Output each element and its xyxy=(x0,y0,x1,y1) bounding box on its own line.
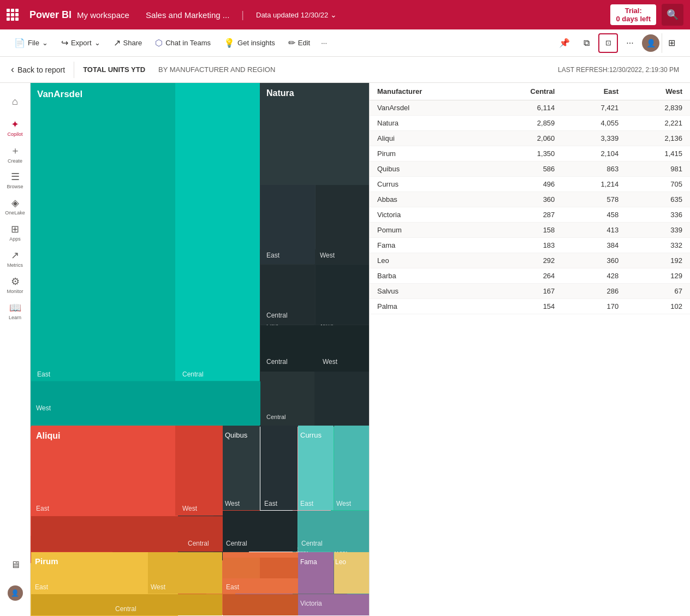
insights-icon: 💡 xyxy=(224,38,235,48)
table-row[interactable]: Barba 264 428 129 xyxy=(370,268,690,284)
table-row[interactable]: Currus 496 1,214 705 xyxy=(370,177,690,192)
main-toolbar: 📄 File ⌄ ↪ Export ⌄ ↗ Share ⬡ Chat in Te… xyxy=(0,29,690,57)
share-button[interactable]: ↗ Share xyxy=(108,34,148,51)
tab-by-manufacturer-region[interactable]: BY MANUFACTURER AND REGION xyxy=(154,63,279,76)
cell-east: 3,339 xyxy=(562,131,626,146)
cell-manufacturer: Natura xyxy=(370,116,486,131)
back-to-report-button[interactable]: ‹ Back to report xyxy=(11,64,65,75)
svg-text:East: East xyxy=(37,370,51,378)
cell-west: 339 xyxy=(626,223,690,238)
user-avatar[interactable]: 👤 xyxy=(642,34,659,52)
col-west: West xyxy=(626,83,690,100)
subheader: ‹ Back to report TOTAL UNITS YTD BY MANU… xyxy=(0,57,690,83)
cell-west: 635 xyxy=(626,192,690,207)
table-row[interactable]: Quibus 586 863 981 xyxy=(370,162,690,177)
svg-text:Natura: Natura xyxy=(266,88,294,98)
table-row[interactable]: Pomum 158 413 339 xyxy=(370,223,690,238)
right-panel-toggle[interactable]: ⊞ xyxy=(662,33,681,53)
sidebar-item-home[interactable]: ⌂ xyxy=(3,89,27,113)
sidebar-item-learn[interactable]: 📖 Learn xyxy=(3,299,27,323)
svg-text:East: East xyxy=(36,505,50,512)
table-row[interactable]: Pirum 1,350 2,104 1,415 xyxy=(370,146,690,162)
svg-rect-19 xyxy=(316,265,369,325)
file-button[interactable]: 📄 File ⌄ xyxy=(9,34,53,51)
svg-rect-38 xyxy=(334,426,369,510)
cell-manufacturer: Abbas xyxy=(370,192,486,207)
svg-text:Central: Central xyxy=(226,540,247,547)
monitor-label: Monitor xyxy=(7,289,23,294)
table-row[interactable]: Victoria 287 458 336 xyxy=(370,207,690,223)
file-chevron: ⌄ xyxy=(42,39,48,47)
cell-west: 67 xyxy=(626,284,690,299)
toolbar-more-button[interactable]: ··· xyxy=(620,33,640,53)
home-icon: ⌂ xyxy=(12,96,18,107)
focus-mode-button[interactable]: ⊡ xyxy=(598,33,618,53)
table-row[interactable]: Abbas 360 578 635 xyxy=(370,192,690,207)
svg-text:Leo: Leo xyxy=(335,558,346,566)
cell-manufacturer: Currus xyxy=(370,177,486,192)
export-chevron: ⌄ xyxy=(94,39,100,47)
cell-central: 586 xyxy=(486,162,562,177)
export-icon: ↪ xyxy=(61,38,68,48)
export-button[interactable]: ↪ Export ⌄ xyxy=(56,34,106,51)
app-grid-icon[interactable] xyxy=(7,9,19,21)
workspace-label[interactable]: My workspace xyxy=(77,10,129,20)
svg-text:Central: Central xyxy=(115,605,136,613)
metrics-icon: ↗ xyxy=(11,249,19,261)
cell-west: 2,221 xyxy=(626,116,690,131)
sidebar-item-browse[interactable]: ☰ Browse xyxy=(3,168,27,192)
learn-icon: 📖 xyxy=(9,302,21,314)
cell-east: 4,055 xyxy=(562,116,626,131)
cell-east: 458 xyxy=(562,207,626,223)
more-options-button[interactable]: ··· xyxy=(318,35,330,50)
table-row[interactable]: Salvus 167 286 67 xyxy=(370,284,690,299)
table-row[interactable]: Leo 292 360 192 xyxy=(370,253,690,268)
cell-central: 2,060 xyxy=(486,131,562,146)
cell-central: 264 xyxy=(486,268,562,284)
sidebar-item-apps[interactable]: ⊞ Apps xyxy=(3,220,27,244)
file-icon: 📄 xyxy=(14,38,25,48)
edit-button[interactable]: ✏ Edit xyxy=(283,34,316,51)
table-row[interactable]: Fama 183 384 332 xyxy=(370,238,690,253)
tab-total-units-ytd[interactable]: TOTAL UNITS YTD xyxy=(83,63,145,76)
cell-central: 167 xyxy=(486,284,562,299)
get-insights-button[interactable]: 💡 Get insights xyxy=(218,34,281,51)
pin-icon-button[interactable]: 📌 xyxy=(555,33,574,53)
trial-badge: Trial: 0 days left xyxy=(610,4,656,25)
table-row[interactable]: VanArsdel 6,114 7,421 2,839 xyxy=(370,100,690,116)
table-row[interactable]: Aliqui 2,060 3,339 2,136 xyxy=(370,131,690,146)
sidebar-item-metrics[interactable]: ↗ Metrics xyxy=(3,247,27,271)
cell-east: 863 xyxy=(562,162,626,177)
sidebar-item-onelake[interactable]: ◈ OneLake xyxy=(3,194,27,218)
metrics-label: Metrics xyxy=(7,262,23,268)
sidebar-item-create[interactable]: ＋ Create xyxy=(3,142,27,166)
duplicate-icon-button[interactable]: ⧉ xyxy=(576,33,596,53)
svg-text:Aliqui: Aliqui xyxy=(36,431,60,440)
svg-text:East: East xyxy=(300,500,314,507)
svg-text:Central: Central xyxy=(266,312,288,319)
svg-text:West: West xyxy=(336,500,352,507)
cell-east: 7,421 xyxy=(562,100,626,116)
cell-manufacturer: Quibus xyxy=(370,162,486,177)
chat-in-teams-button[interactable]: ⬡ Chat in Teams xyxy=(150,34,216,51)
cell-west: 2,839 xyxy=(626,100,690,116)
create-label: Create xyxy=(8,158,22,164)
cell-east: 578 xyxy=(562,192,626,207)
svg-text:Quibus: Quibus xyxy=(225,431,248,439)
manufacturer-table: Manufacturer Central East West VanArsdel… xyxy=(370,83,690,314)
svg-text:Central: Central xyxy=(188,540,209,547)
separator: | xyxy=(241,9,244,21)
sidebar-item-profile[interactable]: 👤 xyxy=(3,581,27,605)
cell-east: 170 xyxy=(562,299,626,314)
treemap-area[interactable]: VanArsdel East Central West Natura East … xyxy=(31,83,369,616)
table-row[interactable]: Palma 154 170 102 xyxy=(370,299,690,314)
search-button[interactable]: 🔍 xyxy=(662,4,683,26)
sidebar-item-monitor[interactable]: ⚙ Monitor xyxy=(3,273,27,297)
sidebar-item-feedback[interactable]: 🖥 xyxy=(3,553,27,577)
table-row[interactable]: Natura 2,859 4,055 2,221 xyxy=(370,116,690,131)
create-icon: ＋ xyxy=(10,144,20,157)
sidebar-item-copilot[interactable]: ✦ Copilot xyxy=(3,116,27,140)
monitor-icon: ⚙ xyxy=(11,276,20,288)
back-arrow-icon: ‹ xyxy=(11,64,14,75)
cell-west: 2,136 xyxy=(626,131,690,146)
